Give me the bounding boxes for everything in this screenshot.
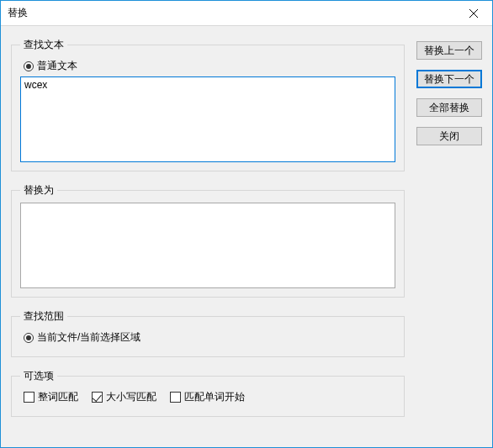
radio-checked-icon — [24, 61, 34, 71]
search-scope-group: 查找范围 当前文件/当前选择区域 — [11, 309, 405, 357]
whole-word-checkbox[interactable]: 整词匹配 — [24, 390, 78, 404]
whole-word-label: 整词匹配 — [38, 390, 78, 404]
search-scope-legend: 查找范围 — [20, 309, 67, 324]
replace-next-button[interactable]: 替换下一个 — [416, 70, 482, 88]
client-area: 查找文本 普通文本 wcex 替换为 查找范围 当前文 — [1, 26, 492, 447]
checkbox-unchecked-icon — [170, 392, 181, 403]
scope-row: 当前文件/当前选择区域 — [20, 329, 395, 348]
replace-all-label: 全部替换 — [429, 101, 469, 115]
replace-with-legend: 替换为 — [20, 183, 57, 198]
window-close-button[interactable] — [455, 1, 492, 25]
close-label: 关闭 — [439, 129, 459, 144]
replace-all-button[interactable]: 全部替换 — [416, 98, 482, 117]
find-text-legend: 查找文本 — [20, 38, 67, 52]
options-group: 可选项 整词匹配 大小写匹配 匹配单词开始 — [11, 369, 405, 417]
close-icon — [469, 9, 478, 18]
button-column: 替换上一个 替换下一个 全部替换 关闭 — [416, 38, 482, 437]
replace-text-input[interactable] — [20, 203, 395, 288]
replace-next-label: 替换下一个 — [424, 72, 474, 87]
find-text-group: 查找文本 普通文本 wcex — [11, 38, 405, 171]
replace-prev-label: 替换上一个 — [424, 44, 474, 58]
find-text-input[interactable]: wcex — [20, 76, 395, 162]
find-mode-row: 普通文本 — [20, 57, 395, 76]
main-column: 查找文本 普通文本 wcex 替换为 查找范围 当前文 — [11, 38, 405, 437]
checkbox-unchecked-icon — [24, 392, 34, 403]
window-title: 替换 — [8, 6, 28, 20]
options-row: 整词匹配 大小写匹配 匹配单词开始 — [20, 388, 395, 408]
plain-text-radio-label: 普通文本 — [37, 59, 77, 73]
radio-checked-icon — [24, 333, 34, 343]
checkbox-checked-icon — [92, 392, 103, 403]
titlebar: 替换 — [1, 1, 492, 26]
current-file-radio-label: 当前文件/当前选择区域 — [37, 330, 140, 345]
options-legend: 可选项 — [20, 369, 57, 383]
current-file-radio[interactable]: 当前文件/当前选择区域 — [24, 330, 140, 345]
replace-with-group: 替换为 — [11, 183, 405, 298]
word-start-checkbox[interactable]: 匹配单词开始 — [170, 390, 245, 404]
replace-prev-button[interactable]: 替换上一个 — [416, 41, 482, 60]
replace-dialog: 替换 查找文本 普通文本 wcex 替换为 — [0, 0, 493, 448]
close-button[interactable]: 关闭 — [416, 127, 482, 145]
word-start-label: 匹配单词开始 — [184, 390, 245, 404]
case-sensitive-label: 大小写匹配 — [106, 390, 156, 404]
plain-text-radio[interactable]: 普通文本 — [24, 59, 77, 73]
case-sensitive-checkbox[interactable]: 大小写匹配 — [92, 390, 156, 404]
